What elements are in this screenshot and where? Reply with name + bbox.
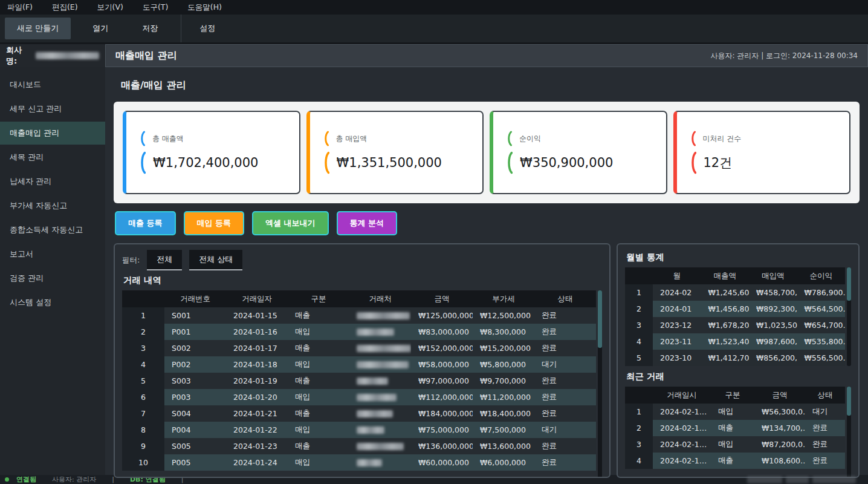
cell-amount: ₩87,200,0… — [754, 436, 805, 453]
page-title: 매출매입 관리 — [115, 50, 177, 62]
cell-amount: ₩75,000,000 — [411, 422, 473, 438]
vertical-scrollbar[interactable] — [847, 387, 851, 478]
redacted-partner — [357, 361, 409, 368]
monthly-row[interactable]: 2 2024-01 ₩1,456,80… ₩892,300,… ₩564,500… — [625, 301, 845, 317]
transaction-row[interactable]: 6 P003 2024-01-20 매입 ₩112,000,000 ₩11,20… — [122, 389, 596, 405]
monthly-title: 월별 통계 — [626, 252, 850, 263]
app-window: 파일(F)편집(E)보기(V)도구(T)도움말(H) 새로 만들기 열기 저장 … — [0, 0, 868, 484]
scrollbar-thumb[interactable] — [598, 290, 602, 348]
cell-amount: ₩58,000,000 — [411, 356, 473, 373]
cell-amount: ₩108,600… — [754, 453, 805, 469]
row-number: 1 — [122, 307, 164, 324]
bracket-icon — [323, 151, 329, 174]
menu-item[interactable]: 보기(V) — [97, 2, 123, 13]
cell-month: 2023-10 — [653, 350, 701, 366]
vertical-scrollbar[interactable] — [847, 267, 851, 366]
save-button[interactable]: 저장 — [130, 18, 170, 39]
scrollbar-thumb[interactable] — [847, 267, 851, 301]
sidebar-item[interactable]: 종합소득세 자동신고 — [0, 218, 105, 241]
sidebar-item[interactable]: 세목 관리 — [0, 146, 105, 169]
transaction-row[interactable]: 4 P002 2024-01-18 매입 ₩58,000,000 ₩5,800,… — [122, 356, 596, 373]
cell-date: 2024-01-23 — [226, 438, 288, 454]
cell-type: 매입 — [711, 436, 754, 453]
filter-select[interactable]: 전체 — [147, 250, 182, 270]
transaction-row[interactable]: 1 S001 2024-01-15 매출 ₩125,000,000 ₩12,50… — [122, 307, 596, 324]
stat-card: 순이익 ₩350,900,000 — [490, 111, 667, 194]
cell-amount: ₩134,700,… — [754, 420, 805, 436]
sidebar-item[interactable]: 검증 관리 — [0, 267, 105, 290]
col-type: 구분 — [711, 390, 754, 401]
menu-item[interactable]: 파일(F) — [7, 2, 33, 13]
action-button[interactable]: 엑셀 내보내기 — [252, 211, 329, 235]
sidebar-item[interactable]: 시스템 설정 — [0, 291, 105, 314]
menu-bar: 파일(F)편집(E)보기(V)도구(T)도움말(H) — [0, 0, 868, 15]
recent-row[interactable]: 4 2024-02-1… 매출 ₩108,600… 완료 — [625, 453, 845, 469]
monthly-row[interactable]: 5 2023-10 ₩1,412,70… ₩856,200,… ₩556,500… — [625, 350, 845, 366]
recent-row[interactable]: 2 2024-02-1… 매출 ₩134,700,… 완료 — [625, 420, 845, 436]
recent-row[interactable]: 3 2024-02-1… 매입 ₩87,200,0… 완료 — [625, 436, 845, 453]
vertical-scrollbar[interactable] — [598, 290, 602, 478]
recent-row[interactable]: 1 2024-02-1… 매입 ₩56,300,0… 대기 — [625, 404, 845, 420]
cell-partner — [349, 389, 411, 405]
transaction-row[interactable]: 2 P001 2024-01-16 매입 ₩83,000,000 ₩8,300,… — [122, 324, 596, 340]
cell-id: P003 — [164, 389, 226, 405]
filter-select[interactable]: 전체 상태 — [189, 250, 242, 270]
transaction-row[interactable]: 7 S004 2024-01-21 매출 ₩184,000,000 ₩18,40… — [122, 405, 596, 422]
menu-item[interactable]: 도구(T) — [143, 2, 168, 13]
cell-amount: ₩184,000,000 — [411, 405, 473, 422]
cell-id: S002 — [164, 340, 226, 356]
new-button[interactable]: 새로 만들기 — [5, 18, 71, 39]
cell-id: S001 — [164, 307, 226, 324]
sidebar-item[interactable]: 부가세 자동신고 — [0, 194, 105, 217]
stat-label: 총 매출액 — [152, 134, 184, 144]
sidebar-item[interactable]: 매출매입 관리 — [0, 122, 105, 145]
cell-sales: ₩1,245,60… — [701, 284, 750, 301]
cell-id: P004 — [164, 422, 226, 438]
col-profit: 순이익 — [797, 271, 846, 281]
monthly-row[interactable]: 4 2023-11 ₩1,523,40… ₩987,600,… ₩535,800… — [625, 333, 845, 350]
cell-datetime: 2024-02-1… — [653, 404, 711, 420]
settings-button[interactable]: 설정 — [187, 18, 227, 39]
menu-item[interactable]: 도움말(H) — [187, 2, 222, 13]
cell-vat: ₩6,000,000 — [473, 454, 534, 471]
action-button[interactable]: 통계 분석 — [337, 211, 398, 235]
redacted-partner — [357, 410, 393, 417]
cell-type: 매출 — [711, 453, 754, 469]
cell-id: S003 — [164, 373, 226, 389]
row-number: 10 — [122, 454, 164, 471]
sidebar-item[interactable]: 대시보드 — [0, 73, 105, 96]
stat-value: ₩1,351,500,000 — [337, 155, 442, 170]
cell-type: 매입 — [288, 356, 349, 373]
cell-partner — [349, 454, 411, 471]
cell-type: 매입 — [288, 389, 349, 405]
sidebar-item[interactable]: 보고서 — [0, 243, 105, 266]
row-number: 6 — [122, 389, 164, 405]
monthly-row[interactable]: 1 2024-02 ₩1,245,60… ₩458,700,… ₩786,900… — [625, 284, 845, 301]
transaction-row[interactable]: 5 S003 2024-01-19 매출 ₩97,000,000 ₩9,700,… — [122, 373, 596, 389]
transaction-row[interactable]: 8 P004 2024-01-22 매입 ₩75,000,000 ₩7,500,… — [122, 422, 596, 438]
row-number: 2 — [625, 420, 653, 436]
sidebar-item[interactable]: 세무 신고 관리 — [0, 97, 105, 120]
action-button[interactable]: 매입 등록 — [184, 211, 245, 235]
transaction-row[interactable]: 10 P005 2024-01-24 매입 ₩60,000,000 ₩6,000… — [122, 454, 596, 471]
redacted-partner — [357, 312, 410, 319]
monthly-row[interactable]: 3 2023-12 ₩1,678,20… ₩1,023,50… ₩654,700… — [625, 317, 845, 333]
redacted-partner — [357, 345, 411, 352]
transaction-row[interactable]: 3 S002 2024-01-17 매출 ₩152,000,000 ₩15,20… — [122, 340, 596, 356]
menu-item[interactable]: 편집(E) — [52, 2, 78, 13]
cell-type: 매출 — [288, 405, 349, 422]
cell-type: 매출 — [288, 438, 349, 454]
cell-status: 완료 — [534, 373, 596, 389]
row-number: 9 — [122, 438, 164, 454]
col-datetime: 거래일시 — [653, 390, 711, 401]
col-amount: 금액 — [411, 294, 473, 304]
col-month: 월 — [653, 271, 701, 281]
stat-label: 미처리 건수 — [703, 134, 742, 144]
sidebar-item[interactable]: 납세자 관리 — [0, 170, 105, 193]
transaction-row[interactable]: 9 S005 2024-01-23 매출 ₩136,000,000 ₩13,60… — [122, 438, 596, 454]
open-button[interactable]: 열기 — [80, 18, 120, 39]
action-button[interactable]: 매출 등록 — [115, 211, 176, 235]
cell-vat: ₩15,200,000 — [473, 340, 534, 356]
filter-label: 필터: — [122, 255, 140, 266]
scrollbar-thumb[interactable] — [847, 387, 851, 416]
